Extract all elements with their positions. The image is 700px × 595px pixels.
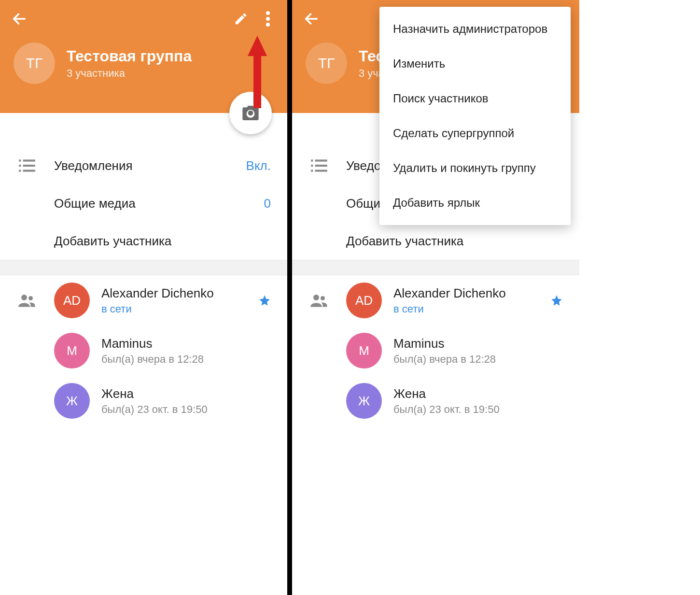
- people-icon: [18, 294, 36, 307]
- add-member-label: Добавить участника: [54, 234, 271, 249]
- group-subtitle: 3 участника: [67, 67, 192, 80]
- svg-rect-14: [311, 159, 313, 161]
- menu-item[interactable]: Назначить администраторов: [379, 12, 571, 46]
- list-icon: [311, 159, 327, 172]
- toolbar: [0, 0, 287, 38]
- screen-right: ТГ Тестовая группа 3 участника Уведомлен…: [292, 0, 579, 595]
- svg-rect-9: [19, 170, 21, 171]
- member-info: Alexander Dichenkoв сети: [393, 286, 550, 315]
- member-name: Жена: [101, 386, 271, 401]
- screens-divider: [287, 0, 292, 595]
- notifications-value: Вкл.: [246, 158, 271, 173]
- member-avatar: M: [346, 333, 382, 368]
- member-row[interactable]: ЖЖенабыл(а) 23 окт. в 19:50: [0, 376, 287, 426]
- people-icon: [310, 294, 328, 307]
- svg-point-21: [321, 296, 325, 300]
- member-info: Maminusбыл(а) вчера в 12:28: [101, 336, 271, 366]
- member-name: Alexander Dichenko: [101, 286, 258, 301]
- member-row[interactable]: ЖЖенабыл(а) 23 окт. в 19:50: [292, 376, 579, 426]
- add-member-row[interactable]: Добавить участника: [292, 222, 579, 260]
- group-info: ТГ Тестовая группа 3 участника: [0, 42, 287, 84]
- more-vert-icon: [266, 11, 270, 27]
- member-status: был(а) 23 окт. в 19:50: [393, 403, 563, 416]
- menu-item[interactable]: Поиск участников: [379, 81, 571, 116]
- settings-section: Уведомления Вкл. Общие медиа 0 Добавить …: [0, 113, 287, 260]
- member-row[interactable]: ADAlexander Dichenkoв сети: [292, 275, 579, 326]
- group-avatar[interactable]: ТГ: [306, 42, 347, 84]
- member-status: в сети: [393, 303, 550, 315]
- svg-rect-17: [315, 165, 327, 167]
- member-name: Maminus: [393, 336, 563, 351]
- list-icon-col: [0, 159, 54, 172]
- members-section: ADAlexander Dichenkoв сетиMMaminusбыл(а)…: [0, 275, 287, 426]
- header: ТГ Тестовая группа 3 участника: [0, 0, 287, 113]
- member-info: Женабыл(а) 23 окт. в 19:50: [393, 386, 563, 416]
- back-button[interactable]: [298, 5, 325, 32]
- svg-rect-15: [315, 159, 327, 161]
- members-section: ADAlexander Dichenkoв сетиMMaminusбыл(а)…: [292, 275, 579, 426]
- star-icon: [550, 294, 563, 307]
- group-title: Тестовая группа: [67, 47, 192, 65]
- member-row[interactable]: MMaminusбыл(а) вчера в 12:28: [0, 326, 287, 376]
- svg-point-3: [266, 23, 270, 27]
- svg-rect-8: [23, 165, 35, 167]
- member-avatar: AD: [54, 283, 90, 318]
- shared-media-value: 0: [264, 196, 271, 211]
- member-avatar: Ж: [346, 383, 382, 419]
- section-gap: [292, 260, 579, 275]
- screen-left: ТГ Тестовая группа 3 участника Уведомлен…: [0, 0, 287, 595]
- list-icon-col: [292, 159, 346, 172]
- annotation-arrow-icon: [248, 36, 267, 108]
- arrow-left-icon: [11, 11, 28, 27]
- member-status: был(а) 23 окт. в 19:50: [101, 403, 271, 416]
- member-name: Alexander Dichenko: [393, 286, 550, 301]
- member-avatar: Ж: [54, 383, 90, 419]
- svg-rect-18: [311, 170, 313, 171]
- svg-point-1: [266, 11, 270, 15]
- notifications-label: Уведомления: [54, 158, 246, 173]
- svg-rect-10: [23, 170, 35, 171]
- member-status: был(а) вчера в 12:28: [101, 353, 271, 366]
- member-status: в сети: [101, 303, 258, 315]
- member-info: Женабыл(а) 23 окт. в 19:50: [101, 386, 271, 416]
- back-button[interactable]: [6, 5, 33, 32]
- member-row[interactable]: ADAlexander Dichenkoв сети: [0, 275, 287, 326]
- menu-item[interactable]: Добавить ярлык: [379, 185, 571, 220]
- member-side-icon: [0, 294, 54, 307]
- member-avatar: M: [54, 333, 90, 368]
- member-side-icon: [292, 294, 346, 307]
- group-avatar[interactable]: ТГ: [14, 42, 55, 84]
- member-avatar: AD: [346, 283, 382, 318]
- member-name: Жена: [393, 386, 563, 401]
- add-member-row[interactable]: Добавить участника: [0, 222, 287, 260]
- svg-point-2: [266, 17, 270, 21]
- group-text: Тестовая группа 3 участника: [67, 47, 192, 80]
- edit-button[interactable]: [227, 5, 254, 32]
- shared-media-row[interactable]: Общие медиа 0: [0, 184, 287, 222]
- member-info: Alexander Dichenkoв сети: [101, 286, 258, 315]
- svg-point-20: [313, 295, 319, 300]
- star-icon: [258, 294, 271, 307]
- member-name: Maminus: [101, 336, 271, 351]
- svg-point-12: [28, 296, 33, 300]
- svg-point-11: [21, 295, 27, 300]
- menu-item[interactable]: Изменить: [379, 46, 571, 81]
- list-icon: [19, 159, 35, 172]
- section-gap: [0, 260, 287, 275]
- svg-marker-4: [248, 36, 267, 108]
- pencil-icon: [234, 12, 248, 26]
- member-status: был(а) вчера в 12:28: [393, 353, 563, 366]
- notifications-row[interactable]: Уведомления Вкл.: [0, 147, 287, 184]
- menu-item[interactable]: Удалить и покинуть группу: [379, 151, 571, 185]
- svg-rect-6: [23, 159, 35, 161]
- menu-item[interactable]: Сделать супергруппой: [379, 116, 571, 151]
- svg-rect-19: [315, 170, 327, 171]
- more-button[interactable]: [254, 5, 281, 32]
- member-info: Maminusбыл(а) вчера в 12:28: [393, 336, 563, 366]
- admin-star: [550, 294, 563, 307]
- add-member-label: Добавить участника: [346, 234, 563, 249]
- arrow-left-icon: [303, 11, 320, 27]
- admin-star: [258, 294, 271, 307]
- svg-rect-5: [19, 159, 21, 161]
- member-row[interactable]: MMaminusбыл(а) вчера в 12:28: [292, 326, 579, 376]
